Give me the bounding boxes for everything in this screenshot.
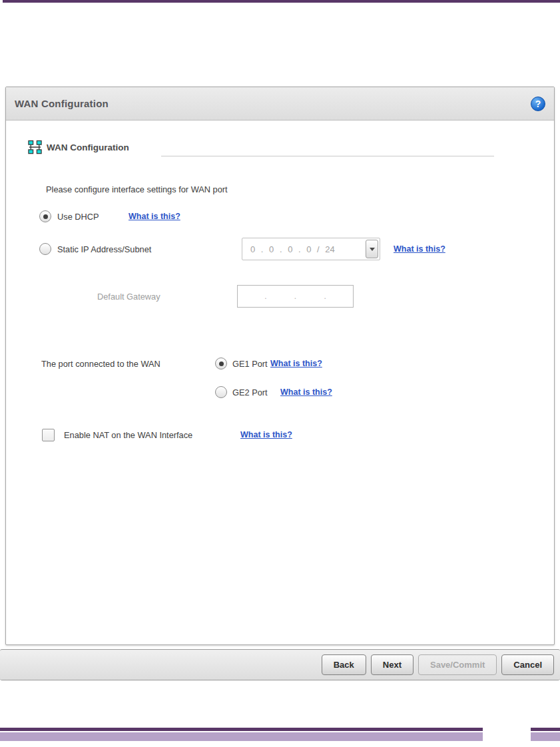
dialog-header: WAN Configuration ? xyxy=(6,87,554,121)
default-gateway-row: Default Gateway . . . xyxy=(97,285,354,308)
wan-port-row-ge2: GE2 Port What is this? xyxy=(215,381,332,403)
enable-nat-row: Enable NAT on the WAN Interface What is … xyxy=(42,423,292,446)
instruction-text: Please configure interface settings for … xyxy=(46,184,228,194)
wan-configuration-dialog: WAN Configuration ? WAN Configuration Pl… xyxy=(5,87,555,645)
page: WAN Configuration ? WAN Configuration Pl… xyxy=(0,0,560,747)
radio-dot xyxy=(219,362,224,366)
wan-port-row-ge1: The port connected to the WAN GE1 Port W… xyxy=(41,352,322,375)
use-dhcp-radio[interactable] xyxy=(39,210,51,222)
help-button[interactable]: ? xyxy=(531,97,545,111)
ip-separator-dots: . . . xyxy=(264,292,326,301)
static-ip-field xyxy=(242,238,380,260)
save-commit-button[interactable]: Save/Commit xyxy=(418,654,497,675)
static-ip-row: Static IP Address/Subnet What is this? xyxy=(39,238,445,260)
next-button[interactable]: Next xyxy=(371,654,414,675)
static-ip-subnet-input[interactable] xyxy=(242,238,380,260)
question-mark-icon: ? xyxy=(535,99,541,109)
ge2-port-radio[interactable] xyxy=(215,386,227,398)
chevron-down-icon xyxy=(370,248,375,251)
nat-what-is-this-link[interactable]: What is this? xyxy=(240,430,292,439)
top-accent-bar xyxy=(3,0,560,3)
back-button[interactable]: Back xyxy=(322,654,366,675)
static-ip-label[interactable]: Static IP Address/Subnet xyxy=(57,244,242,254)
cancel-button[interactable]: Cancel xyxy=(501,654,554,675)
section-header: WAN Configuration xyxy=(27,140,129,155)
ge2-what-is-this-link[interactable]: What is this? xyxy=(280,387,332,397)
footer-bar: Back Next Save/Commit Cancel xyxy=(0,649,560,680)
network-icon xyxy=(27,140,43,155)
use-dhcp-label[interactable]: Use DHCP xyxy=(57,212,129,222)
enable-nat-checkbox[interactable] xyxy=(42,429,55,441)
ge1-port-radio[interactable] xyxy=(215,358,227,370)
subnet-dropdown-button[interactable] xyxy=(366,240,378,258)
ge1-port-label[interactable]: GE1 Port xyxy=(232,359,270,369)
dialog-title: WAN Configuration xyxy=(15,98,109,109)
ge1-what-is-this-link[interactable]: What is this? xyxy=(270,359,322,368)
ge2-port-label[interactable]: GE2 Port xyxy=(232,387,280,397)
use-dhcp-row: Use DHCP What is this? xyxy=(39,205,180,228)
enable-nat-label[interactable]: Enable NAT on the WAN Interface xyxy=(64,430,240,440)
default-gateway-input[interactable]: . . . xyxy=(237,285,354,308)
section-title: WAN Configuration xyxy=(47,142,129,152)
bottom-accent-band-right xyxy=(531,732,560,741)
section-divider xyxy=(161,156,494,156)
radio-dot xyxy=(43,214,48,219)
default-gateway-label: Default Gateway xyxy=(97,292,237,302)
dhcp-what-is-this-link[interactable]: What is this? xyxy=(129,212,180,221)
bottom-accent-line xyxy=(0,728,483,731)
static-ip-radio[interactable] xyxy=(39,243,51,255)
wan-port-label: The port connected to the WAN xyxy=(41,359,215,369)
static-ip-what-is-this-link[interactable]: What is this? xyxy=(394,244,445,254)
bottom-accent-band xyxy=(0,732,483,741)
bottom-accent-line-right xyxy=(531,728,560,731)
